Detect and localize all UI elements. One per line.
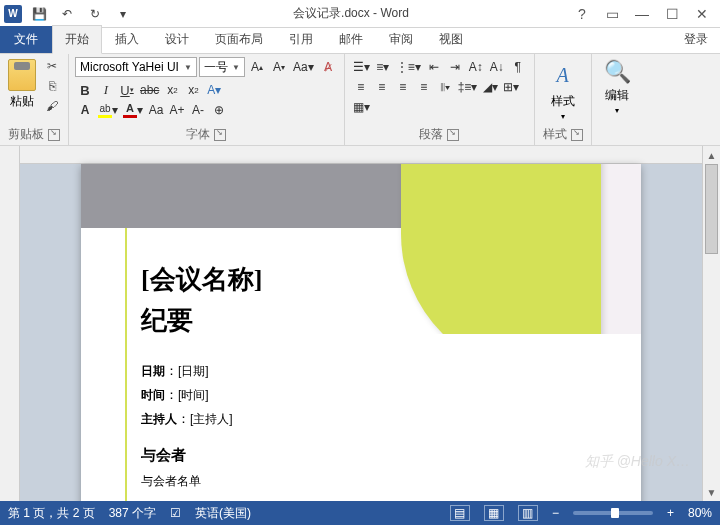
change-case-icon[interactable]: Aa▾ [291,57,316,77]
editing-button[interactable]: 🔍 编辑 ▾ [598,57,637,117]
multilevel-icon[interactable]: ⋮≡▾ [394,57,423,77]
time-field[interactable]: 时间：[时间] [141,386,581,404]
zoom-level[interactable]: 80% [688,506,712,520]
web-layout-icon[interactable]: ▥ [518,505,538,521]
sort-icon[interactable]: A↓ [487,57,507,77]
tab-design[interactable]: 设计 [152,25,202,53]
ribbon-collapse-icon[interactable]: ▭ [598,3,626,25]
zoom-in-button[interactable]: + [667,506,674,520]
subscript-button[interactable]: x2 [162,80,182,100]
tab-insert[interactable]: 插入 [102,25,152,53]
line-spacing-icon[interactable]: ‡≡▾ [456,77,480,97]
shrink-font-icon[interactable]: A▾ [269,57,289,77]
char-shading-icon[interactable]: A- [188,100,208,120]
increase-indent-icon[interactable]: ⇥ [445,57,465,77]
horizontal-ruler[interactable] [20,146,702,164]
find-icon: 🔍 [604,59,631,85]
scroll-up-icon[interactable]: ▲ [703,146,720,164]
minutes-heading[interactable]: 纪要 [141,303,581,338]
status-bar: 第 1 页，共 2 页 387 个字 ☑ 英语(美国) ▤ ▦ ▥ − + 80… [0,501,720,525]
styles-group-label: 样式 [543,126,567,143]
underline-button[interactable]: U▾ [117,80,137,100]
tab-layout[interactable]: 页面布局 [202,25,276,53]
group-clipboard: 粘贴 ✂ ⎘ 🖌 剪贴板 [0,54,69,145]
superscript-button[interactable]: x2 [183,80,203,100]
text-direction-icon[interactable]: A↕ [466,57,486,77]
show-marks-icon[interactable]: ¶ [508,57,528,77]
bold-button[interactable]: B [75,80,95,100]
distribute-icon[interactable]: ⫴▾ [435,77,455,97]
redo-icon[interactable]: ↻ [84,3,106,25]
tab-review[interactable]: 审阅 [376,25,426,53]
paste-button[interactable]: 粘贴 [6,57,38,112]
zoom-slider[interactable] [573,511,653,515]
clear-format-icon[interactable]: A̷ [318,57,338,77]
borders-icon[interactable]: ⊞▾ [501,77,521,97]
clipboard-launcher[interactable] [48,129,60,141]
attendees-body[interactable]: 与会者名单 [141,473,581,490]
styles-launcher[interactable] [571,129,583,141]
italic-button[interactable]: I [96,80,116,100]
login-button[interactable]: 登录 [672,26,720,53]
align-right-icon[interactable]: ≡ [393,77,413,97]
enclose-char-icon[interactable]: A+ [167,100,187,120]
minimize-button[interactable]: — [628,3,656,25]
host-field[interactable]: 主持人：[主持人] [141,410,581,428]
shading-icon[interactable]: ◢▾ [480,77,500,97]
grow-font-icon[interactable]: A▴ [247,57,267,77]
page-indicator[interactable]: 第 1 页，共 2 页 [8,505,95,522]
format-painter-icon[interactable]: 🖌 [42,97,62,115]
scroll-down-icon[interactable]: ▼ [703,483,720,501]
meeting-name-heading[interactable]: [会议名称] [141,262,581,297]
document-scroll[interactable]: [会议名称] 纪要 日期：[日期] 时间：[时间] 主持人：[主持人] 与会者 … [20,146,702,501]
text-effects-icon[interactable]: A▾ [204,80,224,100]
align-center-icon[interactable]: ≡ [372,77,392,97]
font-size-select[interactable]: 一号▼ [199,57,245,77]
decrease-indent-icon[interactable]: ⇤ [424,57,444,77]
tab-view[interactable]: 视图 [426,25,476,53]
window-title: 会议记录.docx - Word [134,5,568,22]
scrollbar-thumb[interactable] [705,164,718,254]
circled-char-icon[interactable]: ⊕ [209,100,229,120]
undo-icon[interactable]: ↶ [56,3,78,25]
paragraph-launcher[interactable] [447,129,459,141]
print-layout-icon[interactable]: ▦ [484,505,504,521]
group-styles: A 样式 ▾ 样式 [535,54,592,145]
file-tab[interactable]: 文件 [0,26,52,53]
zoom-out-button[interactable]: − [552,506,559,520]
attendees-heading[interactable]: 与会者 [141,446,581,465]
date-field[interactable]: 日期：[日期] [141,362,581,380]
tab-references[interactable]: 引用 [276,25,326,53]
language-indicator[interactable]: 英语(美国) [195,505,251,522]
vertical-ruler[interactable] [0,146,20,501]
copy-icon[interactable]: ⎘ [42,77,62,95]
align-left-icon[interactable]: ≡ [351,77,371,97]
cut-icon[interactable]: ✂ [42,57,62,75]
save-icon[interactable]: 💾 [28,3,50,25]
zoom-thumb[interactable] [611,508,619,518]
help-icon[interactable]: ? [568,3,596,25]
page[interactable]: [会议名称] 纪要 日期：[日期] 时间：[时间] 主持人：[主持人] 与会者 … [81,164,641,501]
font-launcher[interactable] [214,129,226,141]
numbering-icon[interactable]: ≡▾ [373,57,393,77]
strikethrough-button[interactable]: abc [138,80,161,100]
tab-home[interactable]: 开始 [52,25,102,54]
read-mode-icon[interactable]: ▤ [450,505,470,521]
maximize-button[interactable]: ☐ [658,3,686,25]
highlight-button[interactable]: ab▾ [96,100,120,120]
phonetic-guide-icon[interactable]: A [75,100,95,120]
close-button[interactable]: ✕ [688,3,716,25]
qat-customize-icon[interactable]: ▾ [112,3,134,25]
justify-icon[interactable]: ≡ [414,77,434,97]
word-count[interactable]: 387 个字 [109,505,156,522]
char-border-icon[interactable]: Aa [146,100,166,120]
vertical-scrollbar[interactable]: ▲ ▼ [702,146,720,501]
tab-mailings[interactable]: 邮件 [326,25,376,53]
styles-button[interactable]: A 样式 ▾ [541,57,585,123]
ribbon-tabs: 文件 开始 插入 设计 页面布局 引用 邮件 审阅 视图 登录 [0,28,720,54]
font-color-button[interactable]: A▾ [121,100,145,120]
spellcheck-icon[interactable]: ☑ [170,506,181,520]
snap-grid-icon[interactable]: ▦▾ [351,97,372,117]
font-name-select[interactable]: Microsoft YaHei UI▼ [75,57,197,77]
bullets-icon[interactable]: ☰▾ [351,57,372,77]
